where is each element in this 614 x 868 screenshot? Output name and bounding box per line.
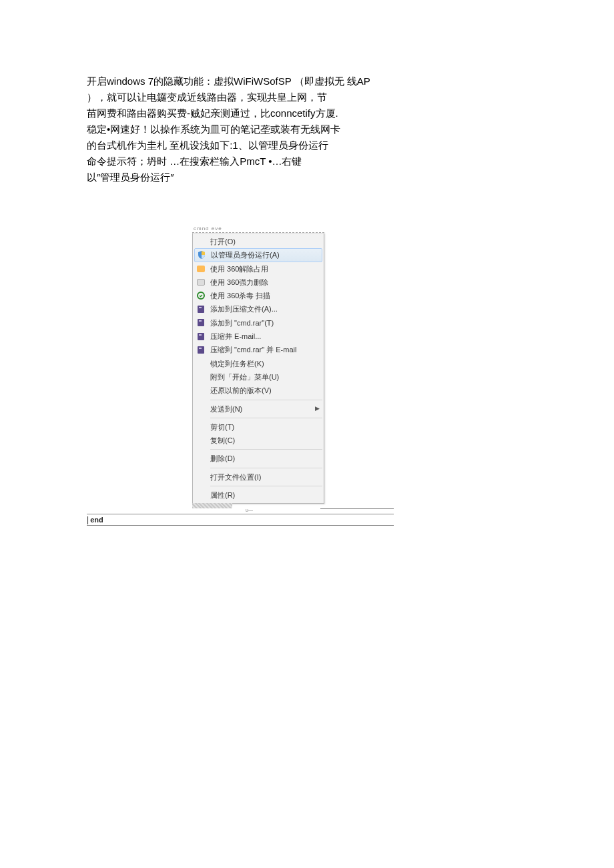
archive-icon <box>196 318 206 328</box>
menu-item-add-to-cmd-rar[interactable]: 添加到 "cmd.rar"(T) <box>193 316 324 330</box>
blank-icon <box>196 454 206 464</box>
chevron-right-icon: ▶ <box>315 405 320 413</box>
menu-item-add-to-archive[interactable]: 添加到压缩文件(A)... <box>193 302 324 316</box>
menu-label: 添加到压缩文件(A)... <box>210 304 320 314</box>
menu-label: 锁定到任务栏(K) <box>210 359 320 368</box>
square-grey-icon <box>196 278 206 287</box>
blank-icon <box>196 237 206 246</box>
blank-icon <box>196 386 206 395</box>
archive-icon <box>196 332 206 341</box>
menu-item-open-location[interactable]: 打开文件位置(I) <box>193 470 324 484</box>
blank-icon <box>196 372 206 382</box>
para-line: 开启windows 7的隐藏功能：虚拟WiFiWSofSP （即虚拟无 线AP <box>87 73 440 89</box>
instruction-paragraph: 开启windows 7的隐藏功能：虚拟WiFiWSofSP （即虚拟无 线AP … <box>87 73 440 185</box>
menu-label: 还原以前的版本(V) <box>210 386 320 395</box>
menu-footer-strip <box>192 503 232 508</box>
menu-label: 属性(R) <box>210 490 320 500</box>
menu-item-360-unlock[interactable]: 使用 360解除占用 <box>193 262 324 276</box>
context-menu-container: cmnd eve 打开(O) 以管理员身份运行(A) 使用 360解除占用 使用… <box>192 226 324 508</box>
menu-label: 复制(C) <box>210 436 320 445</box>
blank-icon <box>196 472 206 482</box>
menu-label: 打开(O) <box>210 237 320 246</box>
menu-item-open[interactable]: 打开(O) <box>193 235 324 248</box>
para-line: 以″管理员身份运行″ <box>87 169 440 185</box>
para-line: 的台式机作为圭札 至机设浅如下:1、以管理员身份运行 <box>87 137 440 153</box>
pipe-icon: | <box>87 516 89 524</box>
menu-label: 压缩并 E-mail... <box>210 332 320 341</box>
menu-item-pin-start[interactable]: 附到「开始」菜单(U) <box>193 370 324 384</box>
para-line: 稳定•网速好！以操作系统为皿可的笔记垄或装有无线网卡 <box>87 121 440 137</box>
square-orange-icon <box>196 264 206 274</box>
blank-icon <box>196 490 206 500</box>
divider-line <box>87 525 394 526</box>
menu-label: 删除(D) <box>210 454 320 463</box>
para-line: 命令提示符；坍时 …在搜索栏输入PmcT •…右键 <box>87 153 440 169</box>
shield-icon <box>196 250 207 260</box>
menu-label: 打开文件位置(I) <box>210 472 320 482</box>
menu-item-send-to[interactable]: 发送到(N) ▶ <box>193 402 324 416</box>
menu-separator <box>210 400 322 400</box>
menu-item-compress-to-email[interactable]: 压缩到 "cmd.rar" 并 E-mail <box>193 343 324 356</box>
menu-label: 使用 360强力删除 <box>210 278 320 287</box>
menu-header-label: cmnd eve <box>192 226 324 233</box>
footer-area: u— | end <box>87 511 394 526</box>
context-menu: 打开(O) 以管理员身份运行(A) 使用 360解除占用 使用 360强力删除 … <box>192 233 324 504</box>
menu-label: 使用 360杀毒 扫描 <box>210 291 320 300</box>
menu-item-delete[interactable]: 删除(D) <box>193 452 324 465</box>
blank-icon <box>196 359 206 368</box>
menu-label: 以管理员身份运行(A) <box>211 250 319 260</box>
blank-icon <box>196 404 206 414</box>
menu-label: 剪切(T) <box>210 422 320 432</box>
footer-tiny-mark: u— <box>246 508 253 512</box>
menu-item-360-force-delete[interactable]: 使用 360强力删除 <box>193 276 324 289</box>
para-line: ），就可以让电鑼变成近线路由器，实现共皇上网，节 <box>87 89 440 105</box>
menu-item-compress-email[interactable]: 压缩并 E-mail... <box>193 330 324 343</box>
menu-item-cut[interactable]: 剪切(T) <box>193 420 324 434</box>
menu-separator <box>210 449 322 450</box>
blank-icon <box>196 436 206 445</box>
menu-separator <box>210 468 322 468</box>
scan-icon <box>196 291 206 300</box>
menu-label: 使用 360解除占用 <box>210 264 320 274</box>
blank-icon <box>196 422 206 432</box>
divider-line <box>320 508 394 509</box>
archive-icon <box>196 346 206 355</box>
menu-item-360-scan[interactable]: 使用 360杀毒 扫描 <box>193 289 324 302</box>
menu-label: 附到「开始」菜单(U) <box>210 372 320 382</box>
end-label-row: | end <box>87 514 394 525</box>
menu-item-run-as-admin[interactable]: 以管理员身份运行(A) <box>194 248 322 262</box>
menu-label: 添加到 "cmd.rar"(T) <box>210 318 320 328</box>
menu-item-properties[interactable]: 属性(R) <box>193 488 324 502</box>
menu-label: 发送到(N) <box>210 404 315 414</box>
menu-separator <box>210 486 322 486</box>
archive-icon <box>196 305 206 314</box>
end-label: end <box>90 516 103 524</box>
menu-item-copy[interactable]: 复制(C) <box>193 434 324 447</box>
menu-separator <box>210 418 322 418</box>
menu-item-pin-taskbar[interactable]: 锁定到任务栏(K) <box>193 357 324 370</box>
menu-item-restore[interactable]: 还原以前的版本(V) <box>193 384 324 397</box>
menu-label: 压缩到 "cmd.rar" 并 E-mail <box>210 345 320 354</box>
para-line: 苗网费和路由器购买费-贼妃亲测通过，比conncetify方厦. <box>87 105 440 121</box>
